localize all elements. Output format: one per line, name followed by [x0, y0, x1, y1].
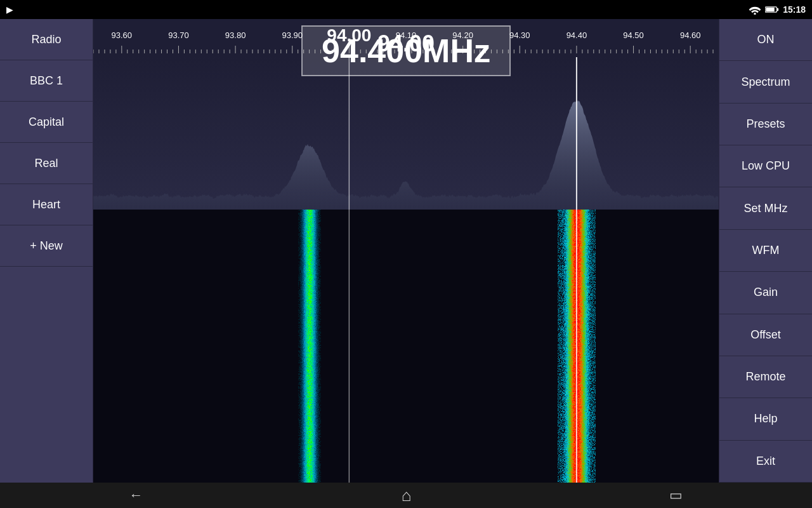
battery-icon [765, 5, 779, 14]
right-item-presets[interactable]: Presets [719, 104, 812, 145]
sidebar-item-real[interactable]: Real [0, 143, 93, 184]
navigation-bar: ← ⌂ ▭ [0, 483, 812, 508]
frequency-display: 94.400MHz [301, 25, 511, 76]
back-button[interactable]: ← [129, 487, 143, 504]
right-item-lowcpu[interactable]: Low CPU [719, 145, 812, 187]
svg-point-0 [754, 13, 756, 15]
recent-button[interactable]: ▭ [669, 487, 683, 504]
spectrum-area[interactable]: 94.400MHz 94.00 [93, 19, 719, 483]
right-item-spectrum[interactable]: Spectrum [719, 61, 812, 103]
spectrum-display [93, 57, 719, 210]
svg-rect-2 [766, 8, 775, 11]
sidebar-item-new[interactable]: + New [0, 225, 93, 267]
home-button[interactable]: ⌂ [402, 486, 412, 505]
sidebar-item-bbc1[interactable]: BBC 1 [0, 60, 93, 102]
right-sidebar: ONSpectrumPresetsLow CPUSet MHzWFMGainOf… [719, 19, 812, 483]
play-icon: ▶ [6, 4, 13, 15]
wifi-icon [749, 4, 761, 15]
right-item-offset[interactable]: Offset [719, 314, 812, 356]
right-item-help[interactable]: Help [719, 398, 812, 440]
right-item-remote[interactable]: Remote [719, 356, 812, 398]
left-sidebar: RadioBBC 1CapitalRealHeart+ New [0, 19, 93, 483]
waterfall-display [93, 210, 719, 483]
clock: 15:18 [783, 4, 806, 15]
right-item-exit[interactable]: Exit [719, 441, 812, 483]
sidebar-item-radio[interactable]: Radio [0, 19, 93, 60]
right-item-on[interactable]: ON [719, 19, 812, 61]
main-layout: RadioBBC 1CapitalRealHeart+ New 94.400MH… [0, 19, 812, 483]
right-item-gain[interactable]: Gain [719, 272, 812, 314]
svg-rect-3 [777, 8, 779, 11]
status-bar: ▶ 15:18 [0, 0, 812, 19]
selected-frequency: 94.400MHz [322, 32, 490, 69]
right-item-setmhz[interactable]: Set MHz [719, 187, 812, 229]
sidebar-item-capital[interactable]: Capital [0, 102, 93, 143]
sidebar-item-heart[interactable]: Heart [0, 184, 93, 225]
right-item-wfm[interactable]: WFM [719, 230, 812, 272]
